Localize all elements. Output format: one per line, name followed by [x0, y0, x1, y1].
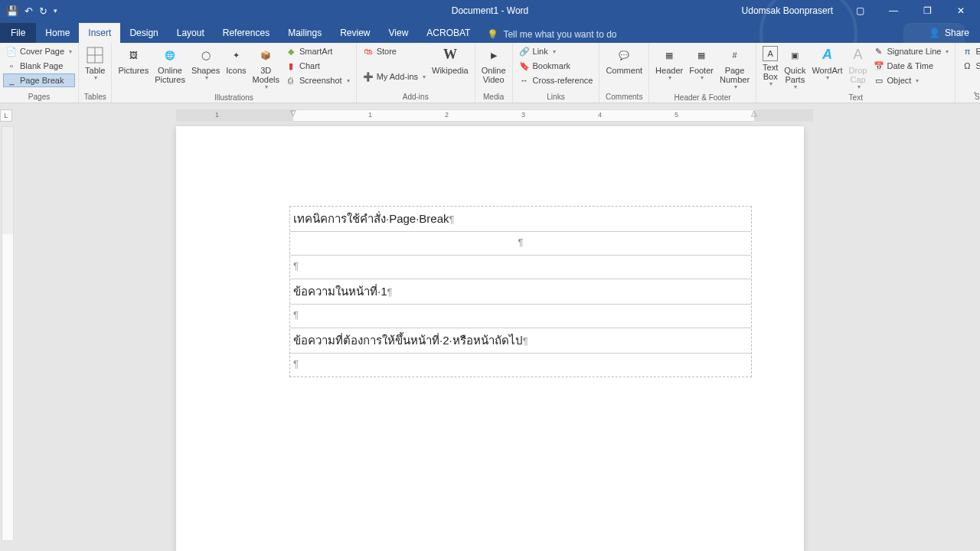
pictures-button[interactable]: 🖼Pictures	[115, 44, 152, 77]
table-row[interactable]: ข้อความในหน้าที่·1¶	[290, 279, 751, 305]
drop-cap-icon: A	[849, 46, 867, 64]
smartart-icon: ◆	[286, 46, 296, 57]
tell-me-search[interactable]: 💡 Tell me what you want to do	[487, 29, 616, 43]
symbol-label: Symbol	[975, 61, 980, 70]
footer-button[interactable]: ▦Footer▾	[686, 44, 717, 83]
online-pictures-button[interactable]: 🌐Online Pictures	[152, 44, 188, 86]
cross-reference-icon: ↔	[519, 75, 530, 86]
group-illustrations: 🖼Pictures 🌐Online Pictures ◯Shapes▾ ✦Ico…	[112, 43, 356, 103]
my-addins-button[interactable]: ➕My Add-ins▾	[360, 70, 429, 83]
my-addins-label: My Add-ins	[377, 72, 418, 81]
drop-cap-label: Drop Cap	[849, 66, 867, 84]
ruler-tick: 5	[675, 111, 678, 119]
pictures-icon: 🖼	[124, 46, 142, 64]
cover-page-button[interactable]: 📄Cover Page▾	[3, 44, 75, 58]
page-break-icon: ⎯	[6, 75, 17, 86]
redo-icon[interactable]: ↻	[39, 5, 47, 17]
equation-button[interactable]: πEquation▾	[959, 44, 980, 58]
table-button[interactable]: Table▾	[82, 44, 108, 83]
shapes-button[interactable]: ◯Shapes▾	[188, 44, 223, 83]
table-icon	[86, 46, 104, 64]
group-text: AText Box▾ ▣Quick Parts▾ AWordArt▾ ADrop…	[756, 43, 956, 103]
3d-models-button[interactable]: 📦3D Models▾	[250, 44, 283, 93]
bookmark-icon: 🔖	[519, 60, 530, 71]
close-button[interactable]: ✕	[946, 0, 975, 21]
tab-mailings[interactable]: Mailings	[279, 23, 331, 43]
maximize-button[interactable]: ❐	[913, 0, 942, 21]
group-pages-label: Pages	[28, 91, 50, 103]
tab-insert[interactable]: Insert	[79, 23, 120, 43]
document-table[interactable]: เทคนิคการใช้คำสั่ง·Page·Break¶¶¶ข้อความใ…	[289, 206, 752, 377]
object-button[interactable]: ▭Object▾	[871, 73, 952, 87]
table-row[interactable]: ¶	[290, 232, 751, 256]
store-button[interactable]: 🛍Store	[360, 44, 429, 58]
paragraph-mark-icon: ¶	[449, 214, 455, 225]
qa-customize-icon[interactable]: ▾	[54, 7, 57, 15]
document-page[interactable]: เทคนิคการใช้คำสั่ง·Page·Break¶¶¶ข้อความใ…	[176, 126, 804, 551]
screenshot-button[interactable]: ⎙Screenshot▾	[283, 73, 353, 87]
cross-reference-button[interactable]: ↔Cross-reference	[516, 73, 596, 87]
group-illustrations-label: Illustrations	[214, 92, 253, 103]
wordart-button[interactable]: AWordArt▾	[808, 44, 845, 83]
table-row[interactable]: เทคนิคการใช้คำสั่ง·Page·Break¶	[290, 207, 751, 232]
tab-references[interactable]: References	[214, 23, 279, 43]
indent-marker-right[interactable]: △	[751, 109, 757, 117]
horizontal-ruler[interactable]: ▽ △ 1 1 2 3 4 5	[15, 109, 980, 122]
page-break-button[interactable]: ⎯Page Break	[3, 73, 75, 87]
blank-page-button[interactable]: ▫Blank Page	[3, 59, 75, 73]
minimize-button[interactable]: —	[879, 0, 908, 21]
indent-marker-left[interactable]: ▽	[290, 109, 296, 117]
vertical-ruler[interactable]	[2, 126, 14, 541]
table-row[interactable]: ¶	[290, 305, 751, 328]
page-number-button[interactable]: #Page Number▾	[717, 44, 753, 93]
bookmark-label: Bookmark	[533, 61, 571, 70]
ruler-tick: 1	[368, 111, 372, 119]
smartart-button[interactable]: ◆SmartArt	[283, 44, 353, 58]
table-row[interactable]: ข้อความที่ต้องการให้ขึ้นหน้าที่·2·หรือหน…	[290, 328, 751, 354]
blank-page-icon: ▫	[6, 60, 17, 71]
text-box-button[interactable]: AText Box▾	[760, 44, 781, 90]
ruler-tick: 3	[521, 111, 525, 119]
group-comments: 💬Comment Comments	[599, 43, 649, 103]
quick-parts-button[interactable]: ▣Quick Parts▾	[781, 44, 808, 93]
group-media: ▶Online Video Media	[475, 43, 513, 103]
table-row[interactable]: ¶	[290, 256, 751, 279]
date-time-button[interactable]: 📅Date & Time	[871, 59, 952, 73]
symbol-button[interactable]: ΩSymbol▾	[959, 59, 980, 73]
chart-button[interactable]: ▮Chart	[283, 59, 353, 73]
date-time-icon: 📅	[874, 60, 884, 71]
screenshot-label: Screenshot	[299, 76, 342, 85]
chart-label: Chart	[299, 61, 320, 70]
bookmark-button[interactable]: 🔖Bookmark	[516, 59, 596, 73]
signature-line-button[interactable]: ✎Signature Line▾	[871, 44, 952, 58]
tab-design[interactable]: Design	[120, 23, 167, 43]
table-row[interactable]: ¶	[290, 354, 751, 377]
group-tables: Table▾ Tables	[79, 43, 112, 103]
text-box-label: Text Box	[763, 63, 778, 81]
comment-button[interactable]: 💬Comment	[603, 44, 645, 77]
tell-me-label: Tell me what you want to do	[503, 29, 616, 40]
link-button[interactable]: 🔗Link▾	[516, 44, 596, 58]
tab-review[interactable]: Review	[331, 23, 379, 43]
tab-acrobat[interactable]: ACROBAT	[417, 23, 479, 43]
screenshot-icon: ⎙	[286, 75, 296, 86]
drop-cap-button[interactable]: ADrop Cap▾	[846, 44, 871, 93]
online-video-button[interactable]: ▶Online Video	[479, 44, 509, 86]
row-text: เทคนิคการใช้คำสั่ง·Page·Break	[293, 212, 449, 225]
header-button[interactable]: ▦Header▾	[652, 44, 686, 83]
tab-view[interactable]: View	[380, 23, 418, 43]
page-number-icon: #	[726, 46, 744, 64]
row-text: ข้อความในหน้าที่·1	[293, 285, 387, 298]
object-label: Object	[887, 76, 912, 85]
collapse-ribbon-icon[interactable]: ˄	[973, 91, 977, 99]
tab-selector[interactable]: L	[0, 109, 12, 122]
icons-button[interactable]: ✦Icons	[223, 44, 249, 77]
icons-icon: ✦	[227, 46, 245, 64]
save-icon[interactable]: 💾	[6, 5, 18, 17]
tab-home[interactable]: Home	[36, 23, 79, 43]
tab-layout[interactable]: Layout	[168, 23, 214, 43]
undo-icon[interactable]: ↶	[24, 5, 33, 17]
tab-file[interactable]: File	[0, 23, 36, 43]
store-icon: 🛍	[363, 46, 374, 57]
wikipedia-button[interactable]: WWikipedia	[429, 44, 472, 77]
